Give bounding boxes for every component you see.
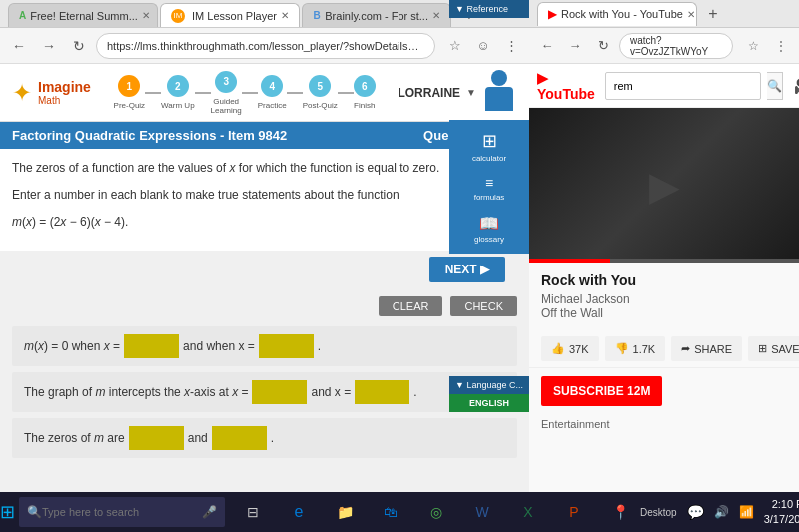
tab-lesson-player[interactable]: IM IM Lesson Player ✕ xyxy=(160,3,300,27)
yt-tab[interactable]: ▶ Rock with You - YouTube ✕ xyxy=(537,2,697,26)
taskbar-search[interactable]: 🔍 🎤 xyxy=(19,497,225,527)
yt-bookmark-icon[interactable]: ☆ xyxy=(741,34,765,58)
step-4-wrapper: 4 Practice xyxy=(258,75,303,110)
step-1-circle: 1 xyxy=(118,75,140,97)
yt-content: ▶ YouTube 🔍 🎥 ⊞ 💬 🔔 ▶ Rock with You Mic xyxy=(529,64,799,492)
word-icon[interactable]: W xyxy=(462,492,502,532)
step-6[interactable]: 6 Finish xyxy=(354,75,376,110)
step-3-label: GuidedLearning xyxy=(211,97,242,115)
yt-search-input[interactable] xyxy=(605,72,761,100)
chrome-icon[interactable]: ◎ xyxy=(416,492,456,532)
video-progress-bar[interactable] xyxy=(529,259,799,263)
tab-favicon-1: A xyxy=(19,9,26,23)
refresh-button[interactable]: ↻ xyxy=(66,33,92,59)
taskbar-search-icon: 🔍 xyxy=(27,505,42,519)
save-button[interactable]: ⊞ SAVE xyxy=(748,336,799,361)
video-info: Rock with You Michael Jackson Off the Wa… xyxy=(529,263,799,330)
taskbar-network-icon[interactable]: 📶 xyxy=(739,505,754,519)
step-4[interactable]: 4 Practice xyxy=(258,75,287,110)
row1-input-1[interactable] xyxy=(124,334,179,358)
step-4-label: Practice xyxy=(258,101,287,110)
like-button[interactable]: 👍 37K xyxy=(541,336,599,361)
store-icon[interactable]: 🛍 xyxy=(371,492,410,532)
save-icon: ⊞ xyxy=(758,342,767,355)
logo-text: Imagine Math xyxy=(38,79,91,106)
question-title: Factoring Quadratic Expressions - Item 9… xyxy=(12,128,287,143)
yt-refresh-button[interactable]: ↻ xyxy=(591,34,615,58)
video-thumb-image: ▶ xyxy=(529,108,799,263)
yt-title-bar: ▶ Rock with You - YouTube ✕ + xyxy=(529,0,799,28)
step-1[interactable]: 1 Pre-Quiz xyxy=(114,75,146,110)
taskbar-volume-icon[interactable]: 🔊 xyxy=(714,505,729,519)
yt-forward-button[interactable]: → xyxy=(563,34,587,58)
english-button[interactable]: ENGLISH xyxy=(449,394,529,412)
lesson-area: ✦ Imagine Math 1 Pre-Quiz 2 xyxy=(0,64,529,492)
start-button[interactable]: ⊞ xyxy=(0,492,15,532)
taskbar-search-input[interactable] xyxy=(42,506,202,518)
url-text: https://lms.thinkthroughmath.com/lesson_… xyxy=(107,40,424,52)
yt-more-icon[interactable]: ⋮ xyxy=(769,34,793,58)
step-connector-4 xyxy=(287,92,303,94)
language-panel: ▼ Language C... ENGLISH xyxy=(449,376,529,412)
maps-icon[interactable]: 📍 xyxy=(600,492,640,532)
desktop-label[interactable]: Desktop xyxy=(640,507,677,518)
powerpoint-icon[interactable]: P xyxy=(554,492,594,532)
yt-url-input[interactable]: watch?v=OvzJZTkWYoY xyxy=(619,33,733,59)
clear-button[interactable]: CLEAR xyxy=(379,296,443,316)
row1-middle-text: and when x = xyxy=(183,339,255,353)
tab-label-1: Free! Eternal Summ... xyxy=(30,10,138,22)
yt-search-button[interactable]: 🔍 xyxy=(767,72,783,100)
row2-prefix-text: The graph of m intercepts the x-axis at … xyxy=(24,385,248,399)
yt-tab-close[interactable]: ✕ xyxy=(687,9,695,20)
subscribe-button[interactable]: SUBSCRIBE 12M xyxy=(541,376,662,406)
step-5-circle: 5 xyxy=(309,75,331,97)
tab-label-2: IM Lesson Player xyxy=(192,10,277,22)
step-5-label: Post-Quiz xyxy=(303,101,338,110)
step-3-circle: 3 xyxy=(215,71,237,93)
yt-video-camera-icon[interactable]: 🎥 xyxy=(789,72,799,100)
step-5[interactable]: 5 Post-Quiz xyxy=(303,75,338,110)
current-date: 3/17/2019 xyxy=(764,512,799,527)
row1-input-2[interactable] xyxy=(259,334,314,358)
step-4-circle: 4 xyxy=(261,75,283,97)
task-view-button[interactable]: ⊟ xyxy=(233,492,273,532)
tab-close-2[interactable]: ✕ xyxy=(281,10,289,21)
taskbar-mic-icon[interactable]: 🎤 xyxy=(202,505,217,519)
share-icon: ➦ xyxy=(681,342,690,355)
system-clock[interactable]: 2:10 PM 3/17/2019 xyxy=(764,497,799,528)
calculator-label: calculator xyxy=(472,154,506,163)
dislike-button[interactable]: 👎 1.7K xyxy=(605,336,666,361)
share-button[interactable]: ➦ SHARE xyxy=(671,336,742,361)
calculator-button[interactable]: ⊞ calculator xyxy=(449,126,529,167)
tab-close-3[interactable]: ✕ xyxy=(432,10,440,21)
tab-free-eternal[interactable]: A Free! Eternal Summ... ✕ xyxy=(8,3,158,27)
excel-icon[interactable]: X xyxy=(508,492,548,532)
glossary-button[interactable]: 📖 glossary xyxy=(449,210,529,248)
row3-input-1[interactable] xyxy=(129,426,184,450)
row2-input-2[interactable] xyxy=(355,380,409,404)
row3-input-2[interactable] xyxy=(212,426,267,450)
yt-new-tab[interactable]: + xyxy=(701,2,725,26)
forward-button[interactable]: → xyxy=(36,33,62,59)
row2-input-1[interactable] xyxy=(252,380,307,404)
yt-back-button[interactable]: ← xyxy=(535,34,559,58)
glossary-icon: 📖 xyxy=(479,214,499,233)
step-1-label: Pre-Quiz xyxy=(114,101,146,110)
yt-header-icons: 🎥 ⊞ 💬 🔔 xyxy=(789,72,799,100)
step-2[interactable]: 2 Warm Up xyxy=(161,75,194,110)
back-button[interactable]: ← xyxy=(6,33,32,59)
row3-prefix-text: The zeros of m are xyxy=(24,431,125,445)
taskbar: ⊞ 🔍 🎤 ⊟ e 📁 🛍 ◎ W X P 📍 Desktop 💬 🔊 📶 2:… xyxy=(0,492,799,532)
language-panel-header[interactable]: ▼ Language C... xyxy=(449,376,529,394)
step-3[interactable]: 3 GuidedLearning xyxy=(211,71,242,115)
tab-close-1[interactable]: ✕ xyxy=(142,10,150,21)
yt-address-bar: ← → ↻ watch?v=OvzJZTkWYoY ☆ ⋮ xyxy=(529,28,799,64)
url-input[interactable]: https://lms.thinkthroughmath.com/lesson_… xyxy=(96,33,435,59)
tab-brainly[interactable]: B Brainly.com - For st... ✕ xyxy=(302,3,451,27)
video-channel[interactable]: Michael Jackson xyxy=(541,292,787,306)
step-3-wrapper: 3 GuidedLearning xyxy=(211,71,258,115)
edge-browser-icon[interactable]: e xyxy=(279,492,319,532)
file-explorer-icon[interactable]: 📁 xyxy=(325,492,365,532)
notification-icon[interactable]: 💬 xyxy=(687,504,704,520)
formulas-button[interactable]: ≡ formulas xyxy=(449,171,529,206)
